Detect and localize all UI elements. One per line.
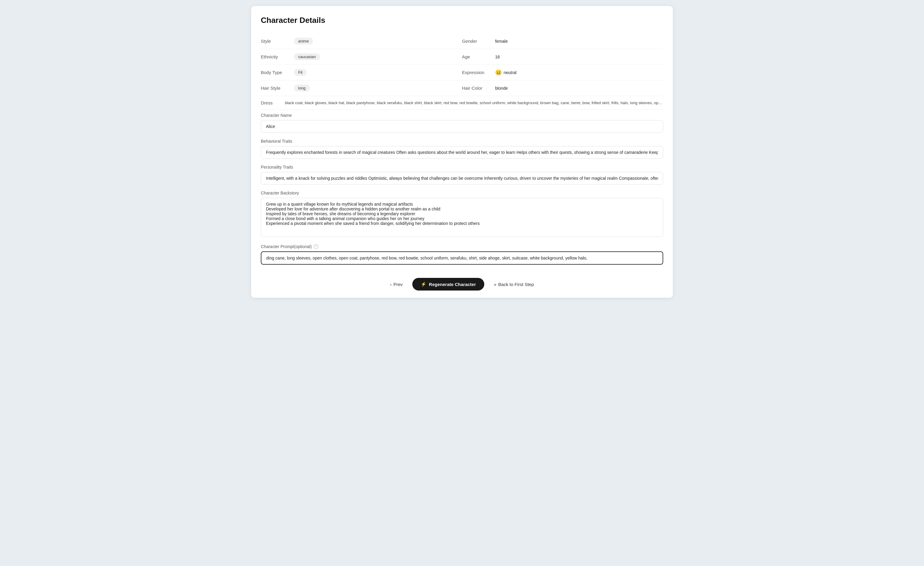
backstory-section: Character Backstory: [261, 190, 663, 238]
dress-value: black coat, black gloves, black hat, bla…: [285, 100, 663, 105]
hair-style-label: Hair Style: [261, 85, 294, 91]
behavioral-traits-section: Behavioral Traits: [261, 139, 663, 159]
character-details-card: Character Details Style anime Gender fem…: [251, 6, 673, 298]
prev-button[interactable]: ‹ Prev: [385, 279, 408, 290]
detail-ethnicity: Ethnicity caucasian: [261, 49, 462, 64]
gender-value: female: [495, 39, 508, 43]
hair-color-label: Hair Color: [462, 85, 495, 91]
gender-label: Gender: [462, 39, 495, 43]
backstory-label: Character Backstory: [261, 190, 663, 195]
character-name-input[interactable]: [261, 120, 663, 133]
details-row-ethnicity-age: Ethnicity caucasian Age 16: [261, 49, 663, 65]
hair-style-value: long: [294, 85, 310, 91]
body-type-label: Body Type: [261, 70, 294, 75]
character-name-label: Character Name: [261, 113, 663, 118]
regenerate-button[interactable]: ⚡ Regenerate Character: [412, 278, 484, 290]
behavioral-traits-input[interactable]: [261, 146, 663, 159]
style-label: Style: [261, 39, 294, 43]
detail-gender: Gender female: [462, 33, 663, 49]
detail-hair-color: Hair Color blonde: [462, 80, 663, 96]
personality-traits-input[interactable]: [261, 172, 663, 184]
style-value: anime: [294, 37, 313, 45]
prompt-section: Character Prompt(optional) ? ding cane, …: [261, 244, 663, 265]
details-row-style-gender: Style anime Gender female: [261, 33, 663, 49]
personality-traits-section: Personality Traits: [261, 165, 663, 184]
expression-value: neutral: [504, 70, 516, 75]
prompt-help-icon[interactable]: ?: [314, 244, 318, 249]
footer-buttons: ‹ Prev ⚡ Regenerate Character « Back to …: [261, 273, 663, 290]
hair-color-value: blonde: [495, 86, 508, 91]
prev-chevron-icon: ‹: [390, 282, 392, 287]
page-title: Character Details: [261, 16, 663, 25]
details-row-hair: Hair Style long Hair Color blonde: [261, 80, 663, 96]
expression-emoji: 😐: [495, 69, 502, 76]
prompt-input[interactable]: ding cane, long sleeves, open clothes, o…: [261, 252, 663, 265]
age-label: Age: [462, 54, 495, 59]
backstory-textarea[interactable]: [261, 198, 663, 237]
behavioral-traits-label: Behavioral Traits: [261, 139, 663, 144]
ethnicity-value: caucasian: [294, 53, 320, 60]
detail-expression: Expression 😐 neutral: [462, 65, 663, 80]
details-row-bodytype-expression: Body Type Fit Expression 😐 neutral: [261, 65, 663, 80]
back-chevron-icon: «: [494, 282, 496, 287]
dress-row: Dress black coat, black gloves, black ha…: [261, 96, 663, 110]
prompt-label: Character Prompt(optional) ?: [261, 244, 663, 249]
detail-style: Style anime: [261, 33, 462, 49]
expression-label: Expression: [462, 70, 495, 75]
detail-hair-style: Hair Style long: [261, 80, 462, 96]
regenerate-icon: ⚡: [421, 282, 426, 287]
back-to-first-step-button[interactable]: « Back to First Step: [489, 279, 539, 290]
character-name-section: Character Name: [261, 113, 663, 133]
dress-label: Dress: [261, 100, 285, 105]
body-type-value: Fit: [294, 69, 307, 76]
detail-body-type: Body Type Fit: [261, 65, 462, 80]
personality-traits-label: Personality Traits: [261, 165, 663, 169]
ethnicity-label: Ethnicity: [261, 54, 294, 59]
age-value: 16: [495, 54, 500, 59]
detail-age: Age 16: [462, 49, 663, 64]
